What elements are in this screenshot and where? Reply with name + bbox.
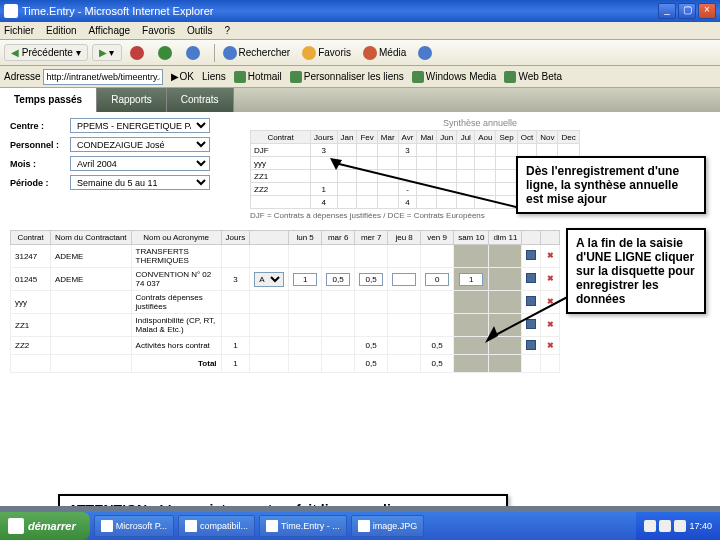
- synth-title: Synthèse annuelle: [250, 118, 710, 128]
- save-icon[interactable]: [526, 250, 536, 260]
- task-item[interactable]: Microsoft P...: [94, 515, 174, 537]
- periode-select[interactable]: Semaine du 5 au 11: [70, 175, 210, 190]
- maximize-button[interactable]: ▢: [678, 3, 696, 19]
- taskbar: démarrer Microsoft P... compatibil... Ti…: [0, 512, 720, 540]
- tray-icon[interactable]: [659, 520, 671, 532]
- col-day: ven 9: [421, 231, 454, 245]
- personnel-select[interactable]: CONDEZAIGUE José: [70, 137, 210, 152]
- app-tabs: Temps passés Rapports Contrats: [0, 88, 720, 112]
- favorites-button[interactable]: Favoris: [298, 44, 355, 62]
- app-icon: [185, 520, 197, 532]
- delete-icon[interactable]: ✖: [545, 320, 555, 330]
- start-button[interactable]: démarrer: [0, 512, 90, 540]
- delete-icon[interactable]: ✖: [545, 341, 555, 351]
- history-button[interactable]: [414, 44, 438, 62]
- system-tray[interactable]: 17:40: [636, 512, 720, 540]
- app-icon: [266, 520, 278, 532]
- link-personalize[interactable]: Personnaliser les liens: [290, 71, 404, 83]
- go-button[interactable]: ▶ OK: [171, 71, 193, 82]
- delete-icon[interactable]: ✖: [545, 297, 555, 307]
- menu-edit[interactable]: Edition: [46, 25, 77, 36]
- forward-button[interactable]: ▶ ▾: [92, 44, 122, 61]
- col-day: dim 11: [489, 231, 522, 245]
- col-day: mer 7: [355, 231, 388, 245]
- window-titlebar: Time.Entry - Microsoft Internet Explorer…: [0, 0, 720, 22]
- link-wbeta[interactable]: Web Beta: [504, 71, 562, 83]
- entry-row: 01245ADEMECONVENTION N° 02 74 0373A✖: [11, 268, 560, 291]
- home-icon: [186, 46, 200, 60]
- window-title: Time.Entry - Microsoft Internet Explorer: [22, 5, 656, 17]
- app-icon: [101, 520, 113, 532]
- day-input[interactable]: [425, 273, 449, 286]
- save-icon[interactable]: [526, 340, 536, 350]
- clock: 17:40: [689, 521, 712, 531]
- search-icon: [223, 46, 237, 60]
- menu-view[interactable]: Affichage: [89, 25, 131, 36]
- type-select[interactable]: A: [254, 272, 284, 287]
- day-input[interactable]: [359, 273, 383, 286]
- nav-toolbar: ◀ Précédente ▾ ▶ ▾ Rechercher Favoris Mé…: [0, 40, 720, 66]
- col-day: lun 5: [289, 231, 322, 245]
- tray-icon[interactable]: [674, 520, 686, 532]
- entry-row: ZZ2Activités hors contrat10,50,5✖: [11, 337, 560, 355]
- back-button[interactable]: ◀ Précédente ▾: [4, 44, 88, 61]
- menu-help[interactable]: ?: [224, 25, 230, 36]
- link-wmedia[interactable]: Windows Media: [412, 71, 497, 83]
- synth-col: Aou: [475, 131, 496, 144]
- synth-col: Jours: [311, 131, 338, 144]
- menu-file[interactable]: Fichier: [4, 25, 34, 36]
- centre-label: Centre :: [10, 121, 70, 131]
- minimize-button[interactable]: _: [658, 3, 676, 19]
- address-bar: Adresse ▶ OK Liens Hotmail Personnaliser…: [0, 66, 720, 88]
- save-icon[interactable]: [526, 296, 536, 306]
- history-icon: [418, 46, 432, 60]
- synth-col: Mai: [417, 131, 437, 144]
- address-label: Adresse: [4, 71, 41, 82]
- callout-save: A la fin de la saisie d'UNE LIGNE clique…: [566, 228, 706, 314]
- day-input[interactable]: [293, 273, 317, 286]
- synth-col: Oct: [517, 131, 536, 144]
- menu-tools[interactable]: Outils: [187, 25, 213, 36]
- day-input[interactable]: [459, 273, 483, 286]
- menu-bar: Fichier Edition Affichage Favoris Outils…: [0, 22, 720, 40]
- app-icon: [4, 4, 18, 18]
- callout-attention: ATTENTION : L'enregistrement se fait lig…: [58, 494, 508, 506]
- windows-logo-icon: [8, 518, 24, 534]
- tab-contrats[interactable]: Contrats: [167, 88, 234, 112]
- col-day: jeu 8: [388, 231, 421, 245]
- col-day: sam 10: [454, 231, 489, 245]
- tab-temps[interactable]: Temps passés: [0, 88, 97, 112]
- save-icon[interactable]: [526, 319, 536, 329]
- stop-icon: [130, 46, 144, 60]
- page-content: Temps passés Rapports Contrats Centre :P…: [0, 88, 720, 506]
- menu-favorites[interactable]: Favoris: [142, 25, 175, 36]
- task-item[interactable]: Time.Entry - ...: [259, 515, 347, 537]
- close-button[interactable]: ×: [698, 3, 716, 19]
- day-input[interactable]: [392, 273, 416, 286]
- mois-select[interactable]: Avril 2004: [70, 156, 210, 171]
- tab-rapports[interactable]: Rapports: [97, 88, 167, 112]
- search-button[interactable]: Rechercher: [219, 44, 295, 62]
- home-button[interactable]: [182, 44, 206, 62]
- media-button[interactable]: Média: [359, 44, 410, 62]
- entry-row: yyyContrats dépenses justifiées✖: [11, 291, 560, 314]
- link-hotmail[interactable]: Hotmail: [234, 71, 282, 83]
- synth-col: Avr: [398, 131, 417, 144]
- delete-icon[interactable]: ✖: [545, 251, 555, 261]
- tray-icon[interactable]: [644, 520, 656, 532]
- refresh-button[interactable]: [154, 44, 178, 62]
- address-input[interactable]: [43, 69, 163, 85]
- day-input[interactable]: [326, 273, 350, 286]
- synth-col: Jan: [337, 131, 357, 144]
- col-contrat: Contrat: [11, 231, 51, 245]
- centre-select[interactable]: PPEMS - ENERGETIQUE PARIS: [70, 118, 210, 133]
- synth-col: Sep: [496, 131, 517, 144]
- filter-form: Centre :PPEMS - ENERGETIQUE PARIS Person…: [10, 118, 240, 220]
- task-item[interactable]: image.JPG: [351, 515, 425, 537]
- links-label: Liens: [202, 71, 226, 82]
- delete-icon[interactable]: ✖: [545, 274, 555, 284]
- periode-label: Période :: [10, 178, 70, 188]
- task-item[interactable]: compatibil...: [178, 515, 255, 537]
- save-icon[interactable]: [526, 273, 536, 283]
- stop-button[interactable]: [126, 44, 150, 62]
